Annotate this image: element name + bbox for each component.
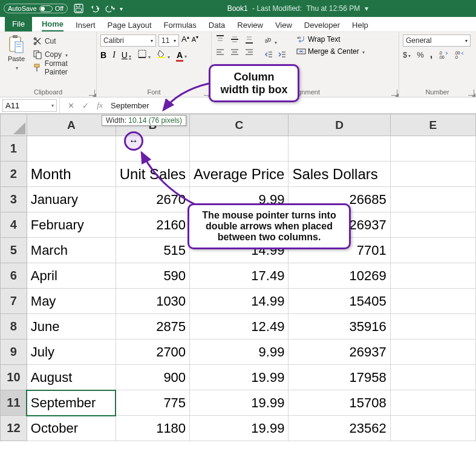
cell-active[interactable]: September: [27, 390, 116, 416]
number-format-select[interactable]: General▾: [403, 34, 471, 47]
tab-data[interactable]: Data: [209, 19, 225, 31]
row-header-8[interactable]: 8: [1, 314, 27, 339]
alignment-launcher[interactable]: [391, 90, 397, 96]
align-bottom-icon[interactable]: [244, 34, 254, 44]
percent-button[interactable]: %: [417, 50, 424, 59]
col-header-e[interactable]: E: [390, 114, 475, 136]
decrease-font-icon[interactable]: A▾: [192, 34, 198, 47]
tab-insert[interactable]: Insert: [76, 19, 96, 31]
format-painter-button[interactable]: Format Painter: [33, 61, 93, 74]
last-modified-dd[interactable]: ▾: [365, 4, 368, 13]
paste-dropdown[interactable]: [15, 64, 18, 71]
cell[interactable]: 19.99: [190, 416, 289, 441]
cell[interactable]: October: [27, 416, 116, 441]
copy-dropdown[interactable]: [64, 50, 68, 59]
cell[interactable]: [390, 390, 475, 416]
merge-center-button[interactable]: Merge & Center: [296, 47, 365, 56]
cell[interactable]: [390, 162, 475, 187]
tab-file[interactable]: File: [5, 16, 32, 31]
row-header-5[interactable]: 5: [1, 238, 27, 263]
cell[interactable]: March: [27, 238, 116, 263]
cut-button[interactable]: Cut: [33, 34, 93, 48]
tab-formulas[interactable]: Formulas: [164, 19, 197, 31]
cell[interactable]: [390, 263, 475, 289]
cell[interactable]: 19.99: [190, 390, 289, 416]
cell[interactable]: 15708: [289, 390, 390, 416]
cell[interactable]: 1180: [116, 416, 189, 441]
cell[interactable]: [27, 136, 116, 162]
row-header-3[interactable]: 3: [1, 187, 27, 212]
tab-developer[interactable]: Developer: [304, 19, 340, 31]
undo-icon[interactable]: [90, 4, 99, 13]
row-header-12[interactable]: 12: [1, 416, 27, 441]
font-color-button[interactable]: A: [176, 50, 187, 60]
increase-indent-icon[interactable]: [277, 50, 287, 59]
cell[interactable]: April: [27, 263, 116, 289]
cell[interactable]: 2875: [116, 314, 189, 339]
row-header-2[interactable]: 2: [1, 162, 27, 187]
cell[interactable]: 10269: [289, 263, 390, 289]
decrease-decimal-icon[interactable]: .00.0: [454, 50, 464, 59]
row-header-11[interactable]: 11: [1, 390, 27, 416]
currency-button[interactable]: $: [403, 50, 411, 59]
cell[interactable]: 17958: [289, 365, 390, 390]
italic-button[interactable]: I: [112, 50, 116, 60]
row-header-1[interactable]: 1: [1, 136, 27, 162]
col-header-d[interactable]: D: [289, 114, 390, 136]
paste-button[interactable]: Paste: [4, 34, 29, 71]
cell[interactable]: 590: [116, 263, 189, 289]
autosave-toggle[interactable]: AutoSave Off: [4, 4, 68, 13]
save-icon[interactable]: [74, 4, 83, 13]
cell[interactable]: 1030: [116, 289, 189, 314]
align-middle-icon[interactable]: [230, 34, 240, 44]
number-launcher[interactable]: [468, 90, 474, 96]
row-header-10[interactable]: 10: [1, 365, 27, 390]
row-header-6[interactable]: 6: [1, 263, 27, 289]
row-header-4[interactable]: 4: [1, 212, 27, 238]
clipboard-launcher[interactable]: [89, 90, 95, 96]
redo-icon[interactable]: [105, 4, 115, 13]
spreadsheet-grid[interactable]: A B C D E 1 2 MonthUnit SalesAverage Pri…: [0, 114, 476, 441]
cell[interactable]: July: [27, 339, 116, 365]
select-all-corner[interactable]: [1, 114, 27, 136]
cell[interactable]: 12.49: [190, 314, 289, 339]
cell[interactable]: [390, 136, 475, 162]
cell[interactable]: August: [27, 365, 116, 390]
cell[interactable]: 515: [116, 238, 189, 263]
font-size-select[interactable]: 11▾: [158, 34, 179, 47]
tab-page-layout[interactable]: Page Layout: [108, 19, 152, 31]
decrease-indent-icon[interactable]: [264, 50, 273, 59]
align-left-icon[interactable]: [215, 48, 225, 57]
wrap-text-button[interactable]: ab Wrap Text: [296, 34, 365, 44]
cell[interactable]: February: [27, 212, 116, 238]
row-header-7[interactable]: 7: [1, 289, 27, 314]
align-top-icon[interactable]: [215, 34, 225, 44]
cell[interactable]: 35916: [289, 314, 390, 339]
cancel-x-icon[interactable]: ✕: [64, 101, 78, 110]
font-name-select[interactable]: Calibri▾: [100, 34, 156, 47]
cell[interactable]: 26937: [289, 339, 390, 365]
cell[interactable]: May: [27, 289, 116, 314]
cell[interactable]: [390, 289, 475, 314]
row-header-9[interactable]: 9: [1, 339, 27, 365]
increase-font-icon[interactable]: A▴: [181, 34, 189, 47]
align-right-icon[interactable]: [244, 48, 254, 57]
cell[interactable]: [390, 416, 475, 441]
fill-color-button[interactable]: [157, 49, 170, 61]
cell[interactable]: [390, 314, 475, 339]
cell[interactable]: Sales Dollars: [289, 162, 390, 187]
cell[interactable]: 2700: [116, 339, 189, 365]
cell[interactable]: Month: [27, 162, 116, 187]
cell[interactable]: 14.99: [190, 289, 289, 314]
tab-review[interactable]: Review: [237, 19, 263, 31]
bold-button[interactable]: B: [100, 50, 106, 60]
merge-dropdown[interactable]: [361, 47, 365, 56]
cell[interactable]: 900: [116, 365, 189, 390]
fx-icon[interactable]: fx: [93, 100, 107, 110]
tab-home[interactable]: Home: [42, 18, 64, 31]
cell[interactable]: [390, 187, 475, 212]
cell[interactable]: 2160: [116, 212, 189, 238]
cell[interactable]: [390, 339, 475, 365]
orientation-button[interactable]: ab: [264, 34, 277, 46]
tab-view[interactable]: View: [275, 19, 292, 31]
